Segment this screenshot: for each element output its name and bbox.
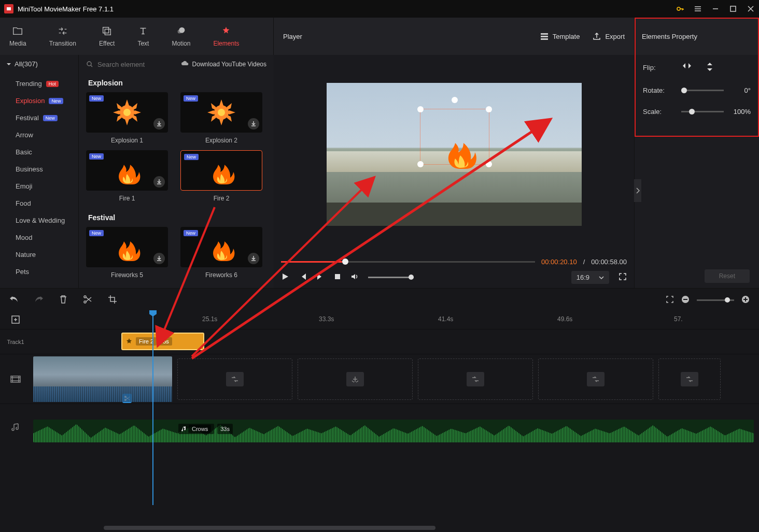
chevron-down-icon xyxy=(599,275,604,280)
reset-button[interactable]: Reset xyxy=(705,269,750,283)
elements-panel: Download YouTube Videos ExplosionNewExpl… xyxy=(79,55,274,288)
delete-button[interactable] xyxy=(59,295,67,306)
star-icon xyxy=(125,338,133,345)
rotate-value: 0° xyxy=(729,87,751,94)
aspect-ratio-select[interactable]: 16:9 xyxy=(571,271,609,284)
timeline-ruler[interactable]: 25.1s 33.3s 41.4s 49.6s 57. xyxy=(31,311,759,329)
play-button[interactable] xyxy=(281,272,289,282)
download-button[interactable] xyxy=(153,176,165,188)
maximize-icon[interactable] xyxy=(729,5,737,13)
playhead[interactable] xyxy=(152,311,153,505)
tab-label: Media xyxy=(9,40,26,47)
fit-button[interactable] xyxy=(666,295,674,305)
crop-button[interactable] xyxy=(108,295,117,306)
fullscreen-button[interactable] xyxy=(619,272,627,282)
element-label: Fireworks 6 xyxy=(180,267,262,279)
tab-text[interactable]: Text xyxy=(133,22,153,50)
element-thumb-fireworks-6[interactable]: New xyxy=(180,227,262,267)
tab-transition[interactable]: Transition xyxy=(45,22,80,50)
rotate-slider[interactable] xyxy=(681,90,724,91)
element-thumb-explosion-2[interactable]: New xyxy=(180,92,262,133)
tab-effect[interactable]: Effect xyxy=(95,22,119,50)
svg-point-19 xyxy=(124,396,126,398)
element-label: Explosion 1 xyxy=(86,133,168,144)
prev-frame-button[interactable] xyxy=(299,272,307,282)
add-track-button[interactable] xyxy=(11,315,20,326)
sidebar-item-food[interactable]: Food xyxy=(12,195,78,212)
scale-slider[interactable] xyxy=(681,111,724,112)
download-button[interactable] xyxy=(153,253,165,264)
transition-slot[interactable] xyxy=(346,372,364,386)
app-title: MiniTool MovieMaker Free 7.1.1 xyxy=(18,5,114,13)
svg-point-6 xyxy=(178,30,181,33)
minimize-icon[interactable] xyxy=(711,5,720,13)
transition-slot[interactable] xyxy=(681,372,698,386)
svg-point-11 xyxy=(218,109,225,116)
flip-vertical-button[interactable] xyxy=(706,62,713,73)
video-clip[interactable] xyxy=(33,356,172,402)
timeline-scrollbar[interactable] xyxy=(104,526,435,530)
element-clip-fire2[interactable]: Fire 2 5s xyxy=(121,333,204,350)
download-youtube-link[interactable]: Download YouTube Videos xyxy=(181,60,266,68)
svg-rect-4 xyxy=(105,29,111,35)
menu-icon[interactable] xyxy=(694,5,702,13)
download-button[interactable] xyxy=(248,253,259,264)
zoom-slider[interactable] xyxy=(697,299,734,301)
audio-clip-name: Crows xyxy=(178,424,214,434)
element-label: Fire 1 xyxy=(86,191,168,202)
svg-point-1 xyxy=(677,7,680,10)
download-button[interactable] xyxy=(153,118,165,130)
transition-slot[interactable] xyxy=(467,372,484,386)
sidebar-item-emoji[interactable]: Emoji xyxy=(12,178,78,195)
sidebar-item-explosion[interactable]: ExplosionNew xyxy=(12,92,78,109)
fire-element-overlay[interactable] xyxy=(440,134,481,170)
undo-button[interactable] xyxy=(9,295,19,306)
next-frame-button[interactable] xyxy=(316,272,325,282)
tab-media[interactable]: Media xyxy=(5,22,31,50)
properties-panel: Flip: Rotate: 0° Scale: 100% xyxy=(635,55,759,288)
volume-button[interactable] xyxy=(350,272,359,282)
zoom-out-button[interactable] xyxy=(681,295,690,305)
sidebar-item-basic[interactable]: Basic xyxy=(12,143,78,161)
element-thumb-fireworks-5[interactable]: New xyxy=(86,227,168,267)
element-thumb-explosion-1[interactable]: New xyxy=(86,92,168,133)
cloud-download-icon xyxy=(181,60,189,68)
transition-slot[interactable] xyxy=(226,372,244,386)
redo-button[interactable] xyxy=(34,295,44,306)
tab-label: Elements xyxy=(213,40,239,47)
section-title: Festival xyxy=(86,208,266,227)
panel-collapse-button[interactable] xyxy=(634,179,641,202)
download-button[interactable] xyxy=(248,118,259,130)
app-icon xyxy=(4,4,13,13)
sidebar-item-arrow[interactable]: Arrow xyxy=(12,126,78,143)
template-button[interactable]: Template xyxy=(540,32,580,41)
search-input[interactable] xyxy=(97,61,180,68)
element-thumb-fire-2[interactable]: New xyxy=(180,150,262,191)
element-thumb-fire-1[interactable]: New xyxy=(86,150,168,191)
close-icon[interactable] xyxy=(747,5,755,13)
transition-slot[interactable] xyxy=(587,372,605,386)
sidebar-item-business[interactable]: Business xyxy=(12,161,78,178)
audio-clip[interactable]: Crows 33s xyxy=(33,420,754,442)
sidebar-item-mood[interactable]: Mood xyxy=(12,229,78,246)
preview-canvas[interactable] xyxy=(327,83,582,226)
flip-horizontal-button[interactable] xyxy=(682,62,692,73)
split-button[interactable] xyxy=(83,295,92,306)
sidebar-all[interactable]: All(307) xyxy=(0,55,78,73)
stop-button[interactable] xyxy=(334,273,341,282)
time-total: 00:00:58.00 xyxy=(591,258,627,266)
progress-slider[interactable] xyxy=(281,261,535,263)
sidebar-item-pets[interactable]: Pets xyxy=(12,263,78,280)
sidebar-item-nature[interactable]: Nature xyxy=(12,246,78,263)
zoom-in-button[interactable] xyxy=(741,295,750,305)
tab-motion[interactable]: Motion xyxy=(167,22,194,50)
tab-elements[interactable]: Elements xyxy=(209,22,243,50)
sidebar-item-love-wedding[interactable]: Love & Wedding xyxy=(12,212,78,229)
split-indicator-icon[interactable] xyxy=(122,394,132,403)
upgrade-key-icon[interactable] xyxy=(676,5,684,13)
sidebar-item-festival[interactable]: FestivalNew xyxy=(12,109,78,126)
svg-point-13 xyxy=(84,296,86,298)
volume-slider[interactable] xyxy=(368,277,414,278)
export-button[interactable]: Export xyxy=(592,32,625,41)
sidebar-item-trending[interactable]: TrendingHot xyxy=(12,75,78,92)
